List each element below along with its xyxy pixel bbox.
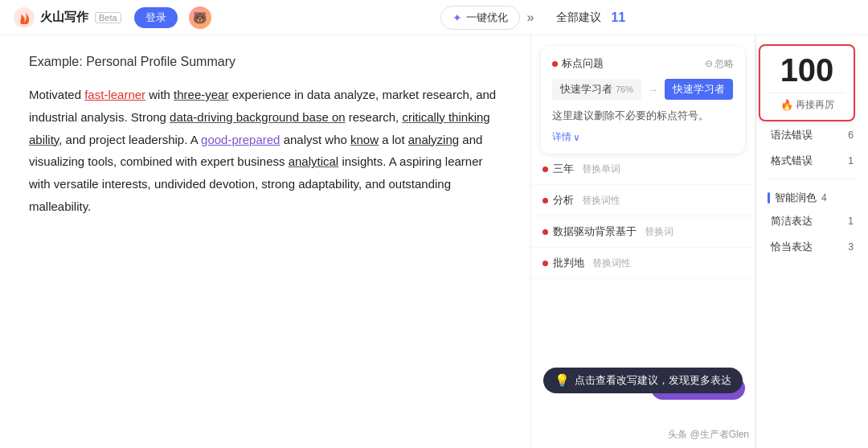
optimize-button[interactable]: ✦ 一键优化 [440,6,520,30]
star-icon: ✦ [452,11,462,24]
suggestion-choices: 快速学习者 76% → 快速学习者 [552,79,734,100]
logo-icon [13,6,35,29]
sidebar-item-concise[interactable]: 简洁表达 1 [760,208,865,234]
score-divider [768,92,845,93]
nav-center: ✦ 一键优化 » 全部建议 11 [211,6,855,30]
row-action: 替换单词 [582,162,620,176]
main-layout: Example: Personal Profile Summary Motiva… [0,35,868,448]
highlight-good-prepared: good-prepared [201,133,280,146]
sidebar-item-appropriate[interactable]: 恰当表达 3 [760,234,865,260]
detail-link[interactable]: 详情 ∨ [552,130,734,144]
row-action: 替换词 [645,225,674,239]
original-text: 快速学习者 [560,82,612,97]
sidebar-concise-count: 1 [848,216,854,227]
fire-icon: 🔥 [780,99,793,111]
section-polish-count: 4 [821,192,827,203]
choice-original: 快速学习者 76% [552,79,641,100]
top-navigation: 火山写作 Beta 登录 🐻 ✦ 一键优化 » 全部建议 11 [0,0,868,35]
section-bar-icon2 [768,192,770,203]
tooltip-text: 点击查看改写建议，发现更多表达 [575,374,731,388]
row-label: 数据驱动背景基于 [553,224,637,239]
circle-icon: ⊖ [705,58,713,69]
section-polish-label: 智能润色 [775,191,817,205]
row-label: 分析 [553,193,574,208]
row-label: 三年 [553,162,574,176]
avatar[interactable]: 🐻 [189,6,211,29]
row-action: 替换词性 [582,194,620,208]
sidebar-divider [768,179,857,179]
choice-score: 76% [616,84,633,94]
highlight-know: know [350,133,379,146]
watermark: 头条 @生产者Glen [668,428,749,442]
ignore-button[interactable]: ⊖ 忽略 [705,57,734,71]
ignore-label: 忽略 [714,57,734,71]
editor-area[interactable]: Example: Personal Profile Summary Motiva… [0,35,530,448]
dot-icon [542,229,548,235]
suggestion-note: 这里建议删除不必要的标点符号。 [552,108,734,124]
sidebar-grammar-count: 6 [848,129,854,141]
sidebar-section-polish: 智能润色 4 [756,184,868,208]
sidebar-grammar-label: 语法错误 [771,128,813,142]
suggestions-label: 全部建议 [556,10,601,25]
sidebar-appropriate-label: 恰当表达 [771,240,813,254]
optimize-label: 一键优化 [466,10,508,25]
sidebar-format-count: 1 [848,155,854,166]
score-box: 100 🔥 再接再厉 [759,44,855,121]
highlight-three-year: three-year [174,88,228,101]
more-button[interactable]: » [526,10,534,25]
dot-icon [542,166,548,172]
row-action: 替换词性 [592,257,631,270]
row-label: 批判地 [553,256,584,270]
suggestion-card: 标点问题 ⊖ 忽略 快速学习者 76% → 快速学习者 这里建议删除不必要的标点… [541,47,745,154]
highlight-data-driving: data-driving background base on [170,110,345,124]
highlight-analyzing: analyzing [408,133,459,146]
login-button[interactable]: 登录 [134,7,178,28]
chevron-down-icon: ∨ [573,132,580,143]
score-sub: 🔥 再接再厉 [768,98,845,112]
choice-suggested[interactable]: 快速学习者 [665,79,733,100]
logo-area: 火山写作 Beta 登录 🐻 [13,6,211,29]
tooltip-bar: 💡 点击查看改写建议，发现更多表达 [543,368,743,393]
sidebar-concise-label: 简洁表达 [771,214,813,228]
suggestion-card-header: 标点问题 ⊖ 忽略 [552,56,734,71]
list-item[interactable]: 三年 替换单词 [531,154,755,185]
detail-label: 详情 [552,130,571,144]
highlight-fast-learner: fast-learner [84,88,145,101]
arrow-icon: → [648,84,658,96]
score-number: 100 [768,52,845,88]
suggestion-tag: 标点问题 [552,56,604,71]
sidebar-item-grammar[interactable]: 语法错误 6 [760,122,865,148]
dot-icon [552,61,558,67]
score-sub-text: 再接再厉 [796,98,834,112]
beta-badge: Beta [95,12,121,23]
bulb-icon: 💡 [555,373,570,388]
logo-text: 火山写作 [40,10,88,25]
suggestion-tag-label: 标点问题 [562,56,604,71]
list-item[interactable]: 批判地 替换词性 [531,248,755,279]
doc-title: Example: Personal Profile Summary [29,55,502,69]
sidebar-format-label: 格式错误 [771,154,813,168]
list-item[interactable]: 分析 替换词性 [531,185,755,216]
suggestions-count: 11 [611,10,625,25]
doc-body: Motivated fast-learner with three-year e… [29,84,502,218]
sidebar-item-format[interactable]: 格式错误 1 [760,148,865,174]
sidebar-appropriate-count: 3 [848,241,854,253]
highlight-analytical: analytical [289,154,339,168]
suggestion-panel: 标点问题 ⊖ 忽略 快速学习者 76% → 快速学习者 这里建议删除不必要的标点… [530,35,755,448]
dot-icon [542,261,548,266]
dot-icon [542,198,548,203]
list-item[interactable]: 数据驱动背景基于 替换词 [531,216,755,248]
